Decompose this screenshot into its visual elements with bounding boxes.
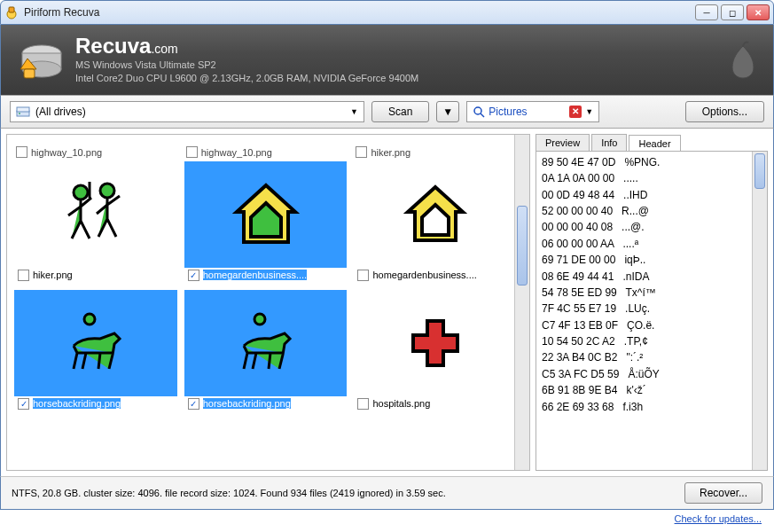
thumbnail (354, 161, 517, 268)
checkbox[interactable]: ✓ (188, 270, 199, 281)
minimize-button[interactable]: ─ (695, 4, 718, 20)
window-title: Piriform Recuva (24, 6, 692, 19)
file-cell[interactable]: ✓homegardenbusiness.... (181, 158, 351, 286)
drive-icon (16, 106, 30, 118)
checkbox[interactable]: ✓ (188, 398, 199, 410)
recover-button[interactable]: Recover... (684, 482, 762, 504)
checkbox[interactable] (357, 270, 369, 281)
scan-button[interactable]: Scan (371, 101, 429, 122)
file-name: horsebackriding.png (33, 398, 121, 409)
svg-point-9 (474, 107, 481, 114)
app-header: Recuva.com MS Windows Vista Ultimate SP2… (0, 25, 774, 95)
footer: Check for updates... (0, 510, 774, 524)
details-tabs: Preview Info Header (536, 134, 768, 151)
close-button[interactable]: ✕ (747, 4, 770, 20)
thumbnail (184, 290, 348, 396)
window-titlebar: Piriform Recuva ─ ◻ ✕ (0, 0, 774, 25)
checkbox[interactable] (356, 146, 367, 158)
thumbnail (184, 161, 348, 268)
svg-rect-1 (9, 7, 14, 12)
checkbox[interactable] (357, 398, 369, 410)
svg-point-11 (74, 185, 88, 200)
filter-combo[interactable]: Pictures ✕ ▼ (466, 101, 599, 122)
file-name: highway_10.png (201, 147, 272, 158)
tab-info[interactable]: Info (591, 134, 627, 151)
hex-viewer[interactable]: 89 50 4E 47 0D %PNG. 0A 1A 0A 00 00 ....… (536, 151, 768, 471)
file-name: hospitals.png (372, 398, 430, 409)
file-cell[interactable]: hospitals.png (350, 286, 520, 415)
thumbnail (14, 161, 177, 268)
hdd-icon (15, 37, 65, 82)
search-icon (473, 106, 485, 118)
clear-filter-icon[interactable]: ✕ (569, 106, 582, 118)
piriform-pear-icon (727, 39, 759, 80)
file-cell[interactable]: hiker.png (11, 158, 181, 286)
file-name: highway_10.png (31, 147, 102, 158)
maximize-button[interactable]: ◻ (721, 4, 744, 20)
thumbnail-grid: highway_10.png highway_10.png hiker.png … (7, 135, 529, 419)
file-cell[interactable]: ✓horsebackriding.png (181, 286, 351, 415)
status-bar: NTFS, 20.8 GB. cluster size: 4096. file … (0, 476, 774, 510)
scrollbar-thumb[interactable] (754, 153, 765, 189)
drive-label: (All drives) (35, 106, 86, 118)
file-name: horsebackriding.png (203, 398, 291, 409)
file-name: homegardenbusiness.... (372, 270, 476, 280)
svg-point-15 (254, 314, 265, 325)
check-updates-link[interactable]: Check for updates... (675, 513, 762, 524)
svg-point-14 (84, 314, 95, 325)
checkbox[interactable] (186, 146, 198, 158)
toolbar: (All drives) ▼ Scan ▼ Pictures ✕ ▼ Optio… (0, 95, 774, 129)
files-pane: highway_10.png highway_10.png hiker.png … (6, 134, 530, 471)
file-cell[interactable]: homegardenbusiness.... (350, 158, 520, 286)
brand-block: Recuva.com MS Windows Vista Ultimate SP2… (15, 34, 418, 86)
svg-point-8 (19, 113, 20, 114)
scan-dropdown-button[interactable]: ▼ (436, 101, 459, 122)
tab-preview[interactable]: Preview (536, 134, 590, 151)
thumbnail (14, 290, 177, 396)
main-area: highway_10.png highway_10.png hiker.png … (0, 129, 774, 476)
brand-suffix: .com (151, 42, 177, 56)
svg-rect-7 (17, 107, 29, 112)
brand-name: Recuva (75, 34, 151, 58)
brand-title: Recuva.com (75, 34, 418, 59)
app-icon (4, 5, 19, 20)
os-line: MS Windows Vista Ultimate SP2 (75, 59, 418, 72)
file-name: homegardenbusiness.... (203, 270, 307, 280)
filter-label: Pictures (489, 106, 527, 118)
hex-content: 89 50 4E 47 0D %PNG. 0A 1A 0A 00 00 ....… (542, 156, 660, 413)
file-name: hiker.png (33, 270, 73, 280)
file-name: hiker.png (371, 147, 410, 158)
chevron-down-icon: ▼ (350, 107, 358, 116)
checkbox[interactable] (16, 146, 27, 158)
file-cell[interactable]: ✓horsebackriding.png (11, 286, 181, 415)
checkbox[interactable] (18, 270, 29, 281)
details-pane: Preview Info Header 89 50 4E 47 0D %PNG.… (536, 134, 768, 471)
scrollbar-thumb[interactable] (517, 206, 528, 286)
svg-line-10 (481, 113, 484, 117)
checkbox[interactable]: ✓ (18, 398, 29, 410)
files-scrollbar[interactable] (514, 135, 529, 470)
options-button[interactable]: Options... (685, 101, 764, 122)
svg-point-12 (100, 184, 114, 198)
chevron-down-icon: ▼ (585, 107, 593, 116)
clipped-row: highway_10.png highway_10.png hiker.png (11, 138, 526, 158)
thumbnail (354, 290, 517, 396)
tab-header[interactable]: Header (629, 135, 680, 152)
hex-scrollbar[interactable] (752, 152, 767, 470)
svg-rect-5 (24, 69, 35, 78)
hw-line: Intel Core2 Duo CPU L9600 @ 2.13GHz, 2.0… (75, 72, 418, 85)
status-text: NTFS, 20.8 GB. cluster size: 4096. file … (12, 488, 446, 498)
drive-selector[interactable]: (All drives) ▼ (10, 101, 364, 122)
